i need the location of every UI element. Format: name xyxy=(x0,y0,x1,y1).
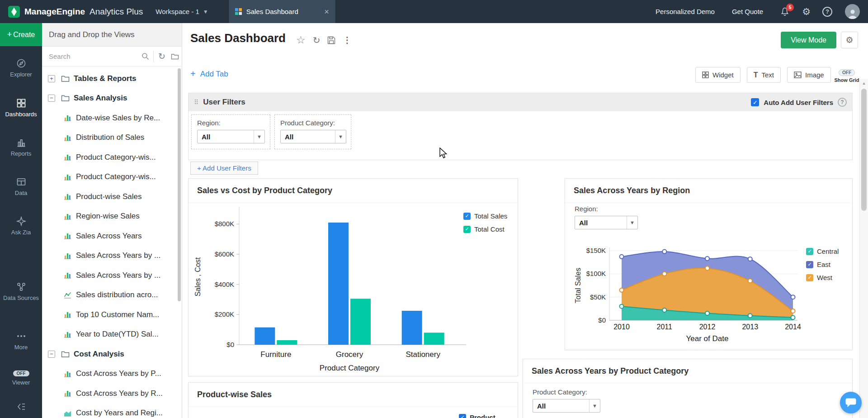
user-avatar[interactable] xyxy=(845,4,860,19)
legend-item-total-cost[interactable]: ✓Total Cost xyxy=(463,225,507,233)
product-category-select[interactable]: All ▼ xyxy=(533,399,600,413)
notification-badge: 5 xyxy=(786,4,794,11)
legend-item-east[interactable]: ✓East xyxy=(806,261,839,268)
notifications-bell-icon[interactable]: 5 xyxy=(780,7,789,17)
favorite-star-icon[interactable]: ☆ xyxy=(296,34,306,46)
help-icon[interactable]: ? xyxy=(822,7,832,17)
legend-checkbox-icon[interactable]: ✓ xyxy=(806,261,813,268)
legend-item-central[interactable]: ✓Central xyxy=(806,247,839,255)
chat-support-button[interactable] xyxy=(840,392,862,413)
viewer-toggle[interactable]: OFF Viewer xyxy=(0,369,42,386)
rail-item-explorer[interactable]: Explorer xyxy=(0,58,42,78)
view-label: Distribution of Sales xyxy=(76,133,144,142)
region-filter-select[interactable]: All ▼ xyxy=(197,130,265,143)
product-category-filter-select[interactable]: All ▼ xyxy=(280,130,346,143)
tree-view-top-10-customer-nam[interactable]: Top 10 Customer Nam... xyxy=(42,305,178,325)
legend-checkbox-icon[interactable]: ✓ xyxy=(463,226,471,233)
rail-item-data[interactable]: Data xyxy=(0,176,42,197)
region-select[interactable]: All ▼ xyxy=(575,216,638,229)
collapse-icon[interactable]: − xyxy=(48,95,55,102)
tree-view-product-category-wis[interactable]: Product Category-wis... xyxy=(42,147,178,167)
get-quote-link[interactable]: Get Quote xyxy=(732,8,763,15)
tree-folder-tables-reports[interactable]: +Tables & Reports xyxy=(42,69,178,89)
tree-folder-cost-analysis[interactable]: −Cost Analysis xyxy=(42,344,178,364)
tree-view-product-wise-sales[interactable]: Product-wise Sales xyxy=(42,187,178,207)
rail-item-label: Reports xyxy=(0,150,42,157)
tree-view-product-category-wis[interactable]: Product Category-wis... xyxy=(42,167,178,187)
brand-logo[interactable]: ManageEngine Analytics Plus xyxy=(0,6,143,18)
scroll-up-icon[interactable]: ▲ xyxy=(860,81,868,86)
tree-view-sales-across-years[interactable]: Sales Across Years xyxy=(42,226,178,246)
user-filters-help-icon[interactable]: ? xyxy=(838,98,847,107)
expand-icon[interactable]: + xyxy=(48,75,55,82)
chart-bars-icon xyxy=(63,114,72,122)
more-options-icon[interactable]: ⋮ xyxy=(343,35,351,45)
view-mode-button[interactable]: View Mode xyxy=(781,32,836,48)
dashboard-settings-icon[interactable]: ⚙ xyxy=(841,32,858,48)
tree-view-sales-across-years-by[interactable]: Sales Across Years by ... xyxy=(42,266,178,285)
image-button[interactable]: Image xyxy=(787,67,831,83)
region-filter-box: Region: All ▼ xyxy=(191,114,270,149)
legend-label: Central xyxy=(817,247,839,255)
svg-text:$200K: $200K xyxy=(215,310,234,318)
add-tab-button[interactable]: + Add Tab xyxy=(190,69,228,79)
settings-gear-icon[interactable]: ⚙ xyxy=(802,7,811,16)
tree-folder-sales-analysis[interactable]: −Sales Analysis xyxy=(42,89,178,109)
main-scrollbar[interactable]: ▲ xyxy=(859,79,868,418)
tree-view-region-wise-sales[interactable]: Region-wise Sales xyxy=(42,207,178,227)
search-icon[interactable] xyxy=(139,52,152,60)
tree-view-cost-across-years-by-r[interactable]: Cost Across Years by R... xyxy=(42,384,178,404)
tab-close-icon[interactable]: × xyxy=(324,8,329,16)
save-icon[interactable] xyxy=(327,36,335,44)
legend-checkbox-icon[interactable]: ✓ xyxy=(806,274,813,281)
refresh-icon[interactable]: ↻ xyxy=(313,35,321,46)
legend-item-product[interactable]: ✓ Product xyxy=(459,413,495,418)
widget-toolbar: Widget T Text Image xyxy=(695,67,831,83)
tree-view-cost-by-years-and-regi[interactable]: Cost by Years and Regi... xyxy=(42,404,178,418)
tree-view-year-to-date-ytd-sal[interactable]: Year to Date(YTD) Sal... xyxy=(42,325,178,345)
card-product-wise-sales: Product-wise Sales ✓ Product xyxy=(188,382,518,418)
widget-button[interactable]: Widget xyxy=(695,67,741,83)
collapse-sidebar-icon[interactable] xyxy=(0,403,42,410)
rail-item-data-sources[interactable]: Data Sources xyxy=(0,281,42,302)
add-user-filters-button[interactable]: + Add User Filters xyxy=(190,162,258,175)
legend-item-total-sales[interactable]: ✓Total Sales xyxy=(463,212,507,220)
area-chart-body: $0$50K$100K$150K20102011201220132014Year… xyxy=(565,202,852,351)
rail-item-more[interactable]: More xyxy=(0,331,42,351)
auto-add-checkbox[interactable]: ✓ xyxy=(751,98,759,106)
search-input[interactable] xyxy=(42,47,139,66)
show-grid-toggle[interactable]: OFF Show Grid xyxy=(834,68,860,83)
show-grid-off-pill[interactable]: OFF xyxy=(839,69,855,76)
tree-view-cost-across-years-by-p[interactable]: Cost Across Years by P... xyxy=(42,364,178,384)
tree-view-distribution-of-sales[interactable]: Distribution of Sales xyxy=(42,128,178,148)
legend-checkbox-icon[interactable]: ✓ xyxy=(459,414,466,418)
rail-item-reports[interactable]: Reports xyxy=(0,137,42,157)
plus-icon: + xyxy=(190,69,196,79)
tree-view-date-wise-sales-by-re[interactable]: Date-wise Sales by Re... xyxy=(42,108,178,128)
tree-view-sales-distribution-acro[interactable]: Sales distribution acro... xyxy=(42,285,178,305)
drag-handle-icon[interactable]: ⠿ xyxy=(194,99,198,106)
chart-area-icon xyxy=(63,409,72,418)
viewer-off-pill[interactable]: OFF xyxy=(13,370,29,376)
legend-item-west[interactable]: ✓West xyxy=(806,274,839,281)
collapse-icon[interactable]: − xyxy=(48,351,55,358)
refresh-views-icon[interactable]: ↻ xyxy=(155,51,168,62)
folder-views-icon[interactable] xyxy=(169,53,182,60)
chevron-down-icon: ▼ xyxy=(627,216,637,229)
personalized-demo-link[interactable]: Personalized Demo xyxy=(656,8,715,15)
svg-text:$800K: $800K xyxy=(215,220,234,228)
create-button[interactable]: +Create xyxy=(0,23,42,46)
folder-icon xyxy=(61,75,70,82)
show-grid-label: Show Grid xyxy=(834,77,860,83)
svg-text:Grocery: Grocery xyxy=(336,350,363,359)
rail-item-dashboards[interactable]: Dashboards xyxy=(0,98,42,118)
panel-scrollbar[interactable] xyxy=(178,68,181,301)
workspace-selector[interactable]: Workspace - 1 ▼ xyxy=(156,8,208,15)
tab-sales-dashboard[interactable]: Sales Dashboard × xyxy=(228,0,336,23)
legend-checkbox-icon[interactable]: ✓ xyxy=(463,213,471,220)
legend-checkbox-icon[interactable]: ✓ xyxy=(806,248,813,255)
rail-item-ask-zia[interactable]: Ask Zia xyxy=(0,216,42,236)
text-button[interactable]: T Text xyxy=(747,67,781,83)
tree-view-sales-across-years-by[interactable]: Sales Across Years by ... xyxy=(42,246,178,266)
scrollbar-thumb[interactable] xyxy=(861,89,867,211)
